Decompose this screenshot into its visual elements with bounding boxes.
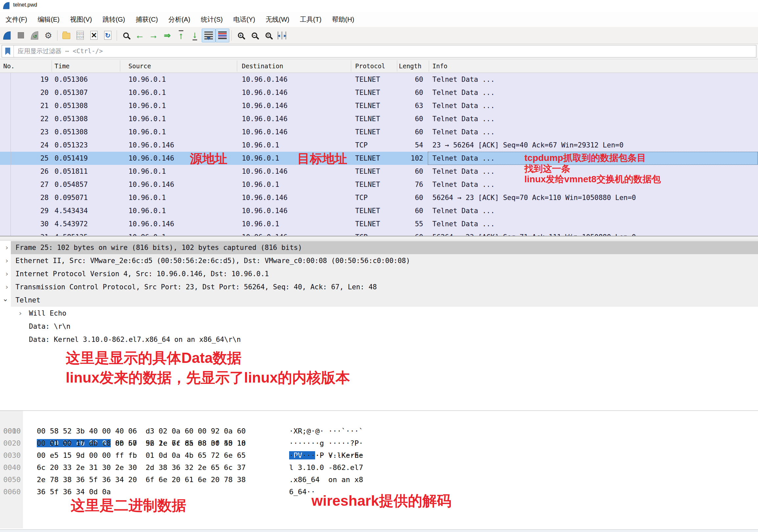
collapse-chevron-icon[interactable]: › (0, 298, 12, 302)
packet-row-29[interactable]: 294.54343410.96.0.110.96.0.146TELNET60Te… (0, 204, 758, 217)
menu-edit[interactable]: 编辑(E) (33, 13, 65, 26)
annotation-binary-data: 这里是二进制数据 (71, 496, 186, 515)
main-toolbar: ↺ ⚙ 01010110 ✕ ↻ ← → ⇒ ↑ ↓ + − = ◂▸ (0, 27, 758, 44)
annotation-wireshark-decode: wireshark提供的解码 (311, 491, 451, 511)
reload-file-icon[interactable]: ↻ (101, 29, 115, 42)
go-next-icon[interactable]: → (147, 29, 160, 42)
capture-options-icon[interactable]: ⚙ (41, 29, 55, 42)
detail-row-telnet[interactable]: ›Telnet (0, 294, 758, 307)
display-filter-input[interactable]: 应用显示过滤器 ⋯ <Ctrl-/> (2, 45, 756, 57)
hex-row-0020[interactable]: 002000 01 00 17 db c8 8b 67 92 1c 7f 8a … (0, 437, 758, 449)
menu-file[interactable]: 文件(F) (1, 13, 32, 26)
packet-list: 190.05130610.96.0.110.96.0.146TELNET60Te… (0, 73, 758, 236)
packet-detail-pane: ›Frame 25: 102 bytes on wire (816 bits),… (0, 240, 758, 411)
col-length[interactable]: Length (399, 59, 422, 73)
hex-row-0040[interactable]: 00406c 20 33 2e 31 30 2e 30 2d 38 36 32 … (0, 461, 758, 474)
menu-wireless[interactable]: 无线(W) (261, 13, 294, 26)
expand-chevron-icon[interactable]: › (5, 254, 9, 267)
resize-columns-icon[interactable]: ◂▸ (275, 29, 289, 42)
go-previous-icon[interactable]: ← (133, 29, 147, 42)
start-capture-icon[interactable] (0, 29, 14, 42)
title-bar: telnet.pwd (0, 0, 758, 12)
go-last-icon[interactable]: ↓ (188, 29, 202, 42)
expand-chevron-icon[interactable]: › (5, 281, 9, 294)
filter-placeholder: 应用显示过滤器 ⋯ <Ctrl-/> (18, 47, 103, 55)
window-title: telnet.pwd (13, 2, 37, 8)
packet-row-31[interactable]: 314.58513510.96.0.110.96.0.146TCP6056264… (0, 231, 758, 236)
detail-row-data-kernel[interactable]: Data: Kernel 3.10.0-862.el7.x86_64 on an… (0, 333, 758, 346)
col-source[interactable]: Source (128, 59, 151, 73)
open-file-icon[interactable] (59, 29, 73, 42)
annotation-kernel-version: linux发来的数据，先显示了linux的内核版本 (66, 369, 350, 386)
zoom-in-icon[interactable]: + (234, 29, 247, 42)
packet-row-23[interactable]: 230.05130810.96.0.110.96.0.146TELNET60Te… (0, 125, 758, 139)
hex-row-0050[interactable]: 00502e 78 38 36 5f 36 34 20 6f 6e 20 61 … (0, 474, 758, 486)
close-file-icon[interactable]: ✕ (87, 29, 101, 42)
hex-row-0030[interactable]: 003000 e5 15 9d 00 00 ff fb 01 0d 0a 4b … (0, 449, 758, 461)
expand-chevron-icon[interactable]: › (5, 241, 9, 254)
menu-help[interactable]: 帮助(H) (327, 13, 359, 26)
zoom-original-icon[interactable]: = (261, 29, 275, 42)
annotation-found-one: 找到这一条 (524, 164, 570, 174)
menu-statistics[interactable]: 统计(S) (196, 13, 228, 26)
packet-row-28[interactable]: 280.09507110.96.0.110.96.0.146TCP6056264… (0, 191, 758, 204)
detail-row-ip[interactable]: ›Internet Protocol Version 4, Src: 10.96… (0, 267, 758, 281)
number-column-divider (11, 73, 11, 236)
expand-chevron-icon[interactable]: › (5, 267, 9, 281)
go-to-packet-icon[interactable]: ⇒ (160, 29, 174, 42)
annotation-tcpdump: tcpdump抓取到的数据包条目 (524, 153, 646, 163)
packet-row-21[interactable]: 210.05130810.96.0.110.96.0.146TELNET63Te… (0, 99, 758, 112)
col-time[interactable]: Time (54, 59, 70, 73)
packet-row-20[interactable]: 200.05130710.96.0.110.96.0.146TELNET60Te… (0, 86, 758, 99)
detail-row-data-crlf[interactable]: Data: \r\n (0, 320, 758, 333)
zoom-out-icon[interactable]: − (247, 29, 261, 42)
status-bar-edge (0, 529, 758, 532)
annotation-vmnet8: linux发给vmnet8交换机的数据包 (524, 174, 661, 184)
go-first-icon[interactable]: ↑ (174, 29, 188, 42)
menu-bar: 文件(F) 编辑(E) 视图(V) 跳转(G) 捕获(C) 分析(A) 统计(S… (0, 12, 758, 27)
auto-scroll-icon[interactable] (202, 29, 216, 42)
annotation-dest-label: 目标地址 (297, 152, 347, 165)
col-no[interactable]: No. (3, 59, 15, 73)
detail-row-tcp[interactable]: ›Transmission Control Protocol, Src Port… (0, 281, 758, 294)
restart-capture-icon[interactable]: ↺ (28, 29, 41, 42)
bookmark-icon (5, 48, 10, 55)
wireshark-window: telnet.pwd 文件(F) 编辑(E) 视图(V) 跳转(G) 捕获(C)… (0, 0, 758, 532)
packet-row-30[interactable]: 304.54397210.96.0.14610.96.0.1TELNET55Te… (0, 217, 758, 231)
hex-row-0010[interactable]: 001000 58 52 3b 40 00 40 06 d3 02 0a 60 … (0, 425, 758, 437)
annotation-source-label: 源地址 (190, 152, 227, 165)
menu-telephony[interactable]: 电话(Y) (228, 13, 260, 26)
packet-list-header: No. Time Source Destination Protocol Len… (0, 59, 758, 73)
detail-row-ethernet[interactable]: ›Ethernet II, Src: VMware_2e:6c:d5 (00:5… (0, 254, 758, 267)
stop-capture-icon[interactable] (14, 29, 28, 42)
save-file-icon[interactable]: 01010110 (73, 29, 87, 42)
col-info[interactable]: Info (432, 59, 448, 73)
wireshark-logo-icon (3, 2, 10, 10)
packet-row-22[interactable]: 220.05130810.96.0.110.96.0.146TELNET60Te… (0, 112, 758, 125)
svg-text:↺: ↺ (33, 33, 37, 39)
annotation-data-display: 这里是显示的具体Data数据 (66, 349, 241, 366)
expand-chevron-icon[interactable]: › (18, 307, 22, 320)
col-destination[interactable]: Destination (242, 59, 283, 73)
colorize-icon[interactable] (216, 29, 229, 42)
packet-row-24[interactable]: 240.05132310.96.0.14610.96.0.1TCP5423 → … (0, 139, 758, 152)
find-packet-icon[interactable] (119, 29, 133, 42)
packet-row-19[interactable]: 190.05130610.96.0.110.96.0.146TELNET60Te… (0, 73, 758, 86)
menu-tools[interactable]: 工具(T) (295, 13, 327, 26)
detail-row-frame[interactable]: ›Frame 25: 102 bytes on wire (816 bits),… (0, 241, 758, 254)
col-protocol[interactable]: Protocol (355, 59, 385, 73)
menu-analyze[interactable]: 分析(A) (164, 13, 195, 26)
filter-bookmark-button[interactable] (2, 45, 14, 57)
filter-bar: 应用显示过滤器 ⋯ <Ctrl-/> (0, 44, 758, 59)
menu-view[interactable]: 视图(V) (65, 13, 97, 26)
list-detail-splitter[interactable] (0, 236, 758, 240)
hex-row-0000[interactable]: 0000 00 50 56 c0 00 08 00 50 56 2e 6c d5… (0, 413, 758, 425)
detail-row-will-echo[interactable]: ›Will Echo (0, 307, 758, 320)
menu-capture[interactable]: 捕获(C) (131, 13, 163, 26)
menu-go[interactable]: 跳转(G) (98, 13, 130, 26)
